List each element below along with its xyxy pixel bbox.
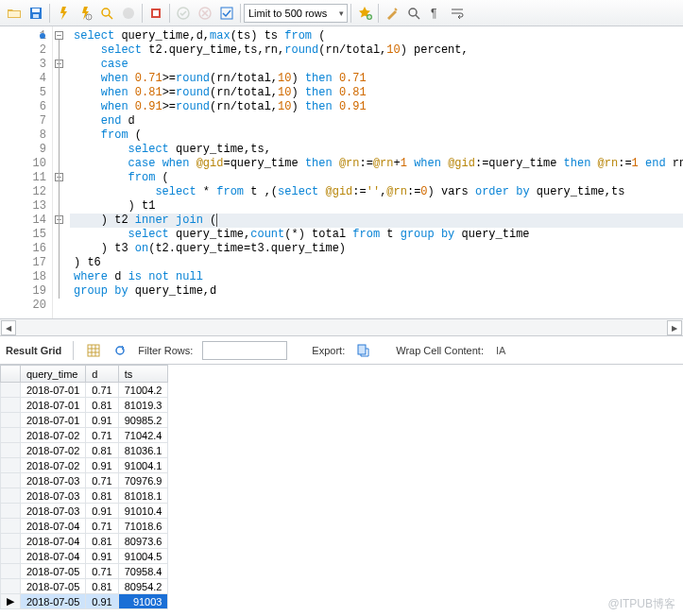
grid-cell[interactable]: 0.81 xyxy=(86,534,118,549)
code-line[interactable]: end d xyxy=(70,114,683,128)
row-header[interactable] xyxy=(1,428,21,443)
grid-cell[interactable]: 0.91 xyxy=(86,458,118,473)
code-line[interactable]: select query_time,ts, xyxy=(70,143,683,157)
code-line[interactable]: ) t3 on(t2.query_time=t3.query_time) xyxy=(70,242,683,256)
code-line[interactable]: when 0.71>=round(rn/total,10) then 0.71 xyxy=(70,72,683,86)
row-header[interactable] xyxy=(1,443,21,458)
fold-toggle[interactable]: − xyxy=(55,31,63,40)
code-line[interactable]: ) t6 xyxy=(70,256,683,270)
favorite-icon[interactable] xyxy=(354,3,375,24)
grid-cell[interactable]: 2018-07-04 xyxy=(21,534,86,549)
code-line[interactable]: when 0.81>=round(rn/total,10) then 0.81 xyxy=(70,86,683,100)
grid-cell[interactable]: 0.71 xyxy=(86,473,118,488)
column-header[interactable]: d xyxy=(86,366,118,383)
autocommit-icon[interactable] xyxy=(216,3,237,24)
grid-cell[interactable]: 71042.4 xyxy=(118,428,168,443)
code-line[interactable]: ) t2 inner join ( xyxy=(70,214,683,228)
row-header[interactable] xyxy=(1,383,21,398)
code-line[interactable]: case when @gid=query_time then @rn:=@rn+… xyxy=(70,157,683,171)
code-line[interactable]: ) t1 xyxy=(70,199,683,214)
grid-cell[interactable]: 2018-07-04 xyxy=(21,549,86,564)
grid-cell[interactable]: 0.81 xyxy=(86,488,118,504)
code-line[interactable]: case xyxy=(70,58,683,72)
scroll-right-icon[interactable]: ▶ xyxy=(667,320,682,335)
row-header[interactable] xyxy=(1,458,21,473)
row-header[interactable] xyxy=(1,579,21,594)
result-grid-tab[interactable]: Result Grid xyxy=(6,345,61,356)
grid-cell[interactable]: 81036.1 xyxy=(118,443,168,458)
grid-cell[interactable]: 2018-07-05 xyxy=(21,579,86,594)
grid-cell[interactable]: 2018-07-01 xyxy=(21,383,86,398)
grid-cell[interactable]: 80954.2 xyxy=(118,579,168,594)
code-line[interactable]: where d is not null xyxy=(70,270,683,284)
grid-cell[interactable]: 0.81 xyxy=(86,443,118,458)
execute-icon[interactable] xyxy=(53,3,74,24)
scroll-left-icon[interactable]: ◀ xyxy=(1,320,16,335)
grid-cell[interactable]: 81019.3 xyxy=(118,398,168,413)
code-line[interactable]: select * from t ,(select @gid:='',@rn:=0… xyxy=(70,185,683,199)
grid-cell[interactable]: 71018.6 xyxy=(118,519,168,534)
code-line[interactable]: when 0.91>=round(rn/total,10) then 0.91 xyxy=(70,100,683,114)
wrap-icon[interactable] xyxy=(447,3,468,24)
filter-rows-input[interactable] xyxy=(202,341,287,360)
rollback-icon[interactable] xyxy=(195,3,215,24)
stop-on-error-icon[interactable] xyxy=(145,3,166,24)
row-header[interactable] xyxy=(1,519,21,534)
code-line[interactable]: select query_time,count(*) total from t … xyxy=(70,228,683,242)
grid-cell[interactable]: 0.71 xyxy=(86,519,118,534)
result-grid[interactable]: query_timedts2018-07-010.7171004.22018-0… xyxy=(0,365,683,609)
code-line[interactable]: from ( xyxy=(70,128,683,143)
invisible-chars-icon[interactable]: ¶ xyxy=(425,3,446,24)
row-header[interactable] xyxy=(1,549,21,564)
fold-column[interactable]: −−−− xyxy=(53,26,70,318)
editor-hscrollbar[interactable]: ◀ ▶ xyxy=(0,319,683,336)
code-line[interactable] xyxy=(70,299,683,313)
commit-icon[interactable] xyxy=(173,3,194,24)
grid-cell[interactable]: 0.91 xyxy=(86,504,118,519)
grid-cell[interactable]: 71004.2 xyxy=(118,383,168,398)
code-line[interactable]: select t2.query_time,ts,rn,round(rn/tota… xyxy=(70,43,683,58)
stop-icon[interactable] xyxy=(118,3,139,24)
row-header[interactable] xyxy=(1,488,21,504)
execute-current-icon[interactable]: I xyxy=(75,3,95,24)
grid-cell[interactable]: 81018.1 xyxy=(118,488,168,504)
grid-cell[interactable]: 2018-07-01 xyxy=(21,413,86,428)
grid-cell[interactable]: 70958.4 xyxy=(118,564,168,579)
grid-cell[interactable]: 91004.5 xyxy=(118,549,168,564)
grid-cell[interactable]: 90985.2 xyxy=(118,413,168,428)
grid-cell[interactable]: 91004.1 xyxy=(118,458,168,473)
grid-cell[interactable]: 2018-07-05 xyxy=(21,594,86,609)
row-header[interactable] xyxy=(1,413,21,428)
grid-cell[interactable]: 2018-07-03 xyxy=(21,504,86,519)
grid-cell[interactable]: 2018-07-04 xyxy=(21,519,86,534)
beautify-icon[interactable] xyxy=(382,3,402,24)
grid-cell[interactable]: 2018-07-03 xyxy=(21,473,86,488)
code-area[interactable]: select query_time,d,max(ts) ts from ( se… xyxy=(70,26,683,318)
save-icon[interactable] xyxy=(26,3,46,24)
grid-cell[interactable]: 0.91 xyxy=(86,549,118,564)
grid-cell[interactable]: 0.81 xyxy=(86,398,118,413)
row-header[interactable] xyxy=(1,534,21,549)
column-header[interactable]: ts xyxy=(118,366,168,383)
grid-cell[interactable]: 2018-07-02 xyxy=(21,458,86,473)
open-icon[interactable] xyxy=(4,3,25,24)
grid-cell[interactable]: 0.71 xyxy=(86,383,118,398)
code-line[interactable]: from ( xyxy=(70,171,683,185)
grid-cell[interactable]: 0.81 xyxy=(86,579,118,594)
explain-icon[interactable] xyxy=(96,3,117,24)
grid-view-icon[interactable] xyxy=(85,342,102,359)
row-header[interactable] xyxy=(1,564,21,579)
row-limit-dropdown[interactable]: Limit to 500 rows xyxy=(244,4,348,23)
grid-cell[interactable]: 2018-07-05 xyxy=(21,564,86,579)
grid-cell[interactable]: 0.71 xyxy=(86,428,118,443)
sql-editor[interactable]: 1234567891011121314151617181920 −−−− sel… xyxy=(0,26,683,319)
row-header[interactable] xyxy=(1,504,21,519)
code-line[interactable]: group by query_time,d xyxy=(70,284,683,299)
grid-cell[interactable]: 0.71 xyxy=(86,564,118,579)
grid-cell[interactable]: 91010.4 xyxy=(118,504,168,519)
find-icon[interactable] xyxy=(403,3,424,24)
row-header[interactable]: ▶ xyxy=(1,594,21,609)
code-line[interactable]: select query_time,d,max(ts) ts from ( xyxy=(70,29,683,43)
row-header[interactable] xyxy=(1,398,21,413)
grid-cell[interactable]: 80973.6 xyxy=(118,534,168,549)
